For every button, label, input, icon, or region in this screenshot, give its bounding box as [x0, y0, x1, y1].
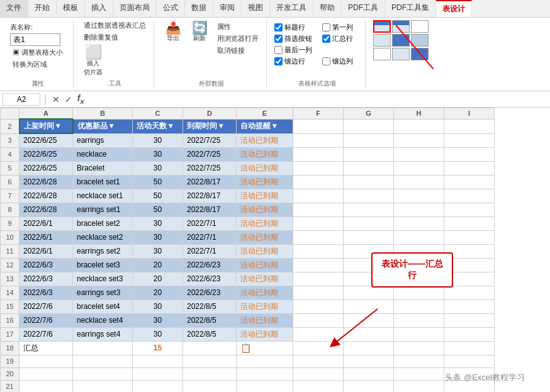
- cell-D13[interactable]: 2022/6/23: [183, 272, 237, 286]
- cell-C13[interactable]: 20: [133, 272, 183, 286]
- cell-B9[interactable]: bracelet set2: [73, 216, 133, 230]
- cell-G3[interactable]: [344, 133, 394, 147]
- cell-D8[interactable]: 2022/8/17: [183, 203, 237, 216]
- cell-B16[interactable]: necklace set4: [73, 313, 133, 327]
- cell-I4[interactable]: [444, 147, 495, 161]
- cell-A15[interactable]: 2022/7/6: [20, 300, 73, 313]
- checkbox-banded-cols[interactable]: 镶边列: [322, 57, 360, 66]
- checkbox-last-col[interactable]: 最后一列: [274, 45, 312, 55]
- cell-H9[interactable]: [394, 216, 444, 230]
- col-header-G[interactable]: G: [344, 108, 394, 120]
- export-btn[interactable]: 📤 导出: [162, 20, 184, 44]
- cell-F12[interactable]: [293, 258, 344, 272]
- style-preview-1[interactable]: [373, 20, 391, 33]
- cell-A9[interactable]: 2022/6/1: [20, 216, 73, 230]
- unlink-btn[interactable]: 取消链接: [215, 45, 261, 56]
- cell-B2[interactable]: 优惠新品 ▾: [73, 119, 133, 133]
- col-header-A[interactable]: A: [20, 108, 73, 120]
- col-header-I[interactable]: I: [444, 108, 495, 120]
- cell-G16[interactable]: [344, 313, 394, 327]
- cell-I17[interactable]: [444, 327, 495, 341]
- cell-D4[interactable]: 2022/7/25: [183, 147, 237, 161]
- cell-B13[interactable]: necklace set3: [73, 272, 133, 286]
- cell-F6[interactable]: [293, 175, 344, 189]
- cell-A3[interactable]: 2022/6/25: [20, 133, 73, 147]
- cell-I7[interactable]: [444, 189, 495, 203]
- cell-H5[interactable]: [394, 161, 444, 175]
- cell-I10[interactable]: [444, 230, 495, 244]
- pivot-summarize-btn[interactable]: 通过数据透视表汇总: [81, 20, 149, 31]
- cell-E5[interactable]: 活动已到期: [237, 161, 293, 175]
- cell-I5[interactable]: [444, 161, 495, 175]
- cell-B18[interactable]: [73, 341, 133, 355]
- cell-F15[interactable]: [293, 300, 344, 313]
- cell-H15[interactable]: [394, 300, 444, 313]
- style-preview-3[interactable]: [411, 20, 429, 33]
- cell-G4[interactable]: [344, 147, 394, 161]
- tab-review[interactable]: 审阅: [213, 0, 242, 17]
- cell-C11[interactable]: 30: [133, 244, 183, 258]
- insert-slicer-btn[interactable]: ⬜ 插入切片器: [81, 44, 105, 78]
- cell-D19[interactable]: [183, 355, 237, 367]
- style-preview-5[interactable]: [392, 34, 410, 47]
- cell-E2[interactable]: 自动提醒 ▾: [237, 119, 293, 133]
- cell-C7[interactable]: 50: [133, 189, 183, 203]
- cell-E12[interactable]: 活动已到期: [237, 258, 293, 272]
- cell-C8[interactable]: 50: [133, 203, 183, 216]
- cell-G8[interactable]: [344, 203, 394, 216]
- cell-D3[interactable]: 2022/7/25: [183, 133, 237, 147]
- cell-E6[interactable]: 活动已到期: [237, 175, 293, 189]
- cell-D5[interactable]: 2022/7/25: [183, 161, 237, 175]
- cell-E11[interactable]: 活动已到期: [237, 244, 293, 258]
- cell-C4[interactable]: 30: [133, 147, 183, 161]
- cell-E20[interactable]: [237, 367, 293, 380]
- cell-E9[interactable]: 活动已到期: [237, 216, 293, 230]
- cell-D12[interactable]: 2022/6/23: [183, 258, 237, 272]
- cell-G2[interactable]: [344, 119, 394, 133]
- cell-G14[interactable]: [344, 286, 394, 300]
- style-preview-7[interactable]: [373, 48, 391, 60]
- cell-I18[interactable]: [444, 341, 495, 355]
- cell-D17[interactable]: 2022/8/5: [183, 327, 237, 341]
- cell-A13[interactable]: 2022/6/3: [20, 272, 73, 286]
- cell-F4[interactable]: [293, 147, 344, 161]
- cell-E16[interactable]: 活动已到期: [237, 313, 293, 327]
- cell-E14[interactable]: 活动已到期: [237, 286, 293, 300]
- formula-input[interactable]: [88, 94, 547, 105]
- cell-B10[interactable]: necklace set2: [73, 230, 133, 244]
- checkbox-banded-rows[interactable]: 镶边行: [274, 57, 312, 66]
- cell-G18[interactable]: [344, 341, 394, 355]
- cell-F7[interactable]: [293, 189, 344, 203]
- cell-E10[interactable]: 活动已到期: [237, 230, 293, 244]
- checkbox-summary-row[interactable]: 汇总行: [322, 34, 360, 43]
- cell-G6[interactable]: [344, 175, 394, 189]
- cell-C18[interactable]: 15: [133, 341, 183, 355]
- cell-F8[interactable]: [293, 203, 344, 216]
- cell-I6[interactable]: [444, 175, 495, 189]
- cell-G21[interactable]: [344, 380, 394, 392]
- tab-insert[interactable]: 插入: [85, 0, 113, 17]
- cell-H4[interactable]: [394, 147, 444, 161]
- cell-H19[interactable]: [394, 355, 444, 367]
- cell-B7[interactable]: necklace set1: [73, 189, 133, 203]
- cell-D16[interactable]: 2022/8/5: [183, 313, 237, 327]
- cell-A17[interactable]: 2022/7/6: [20, 327, 73, 341]
- cell-A10[interactable]: 2022/6/1: [20, 230, 73, 244]
- cell-F19[interactable]: [293, 355, 344, 367]
- style-preview-2[interactable]: [392, 20, 410, 33]
- cell-D14[interactable]: 2022/6/23: [183, 286, 237, 300]
- cell-A20[interactable]: [20, 367, 73, 380]
- cell-H14[interactable]: [394, 286, 444, 300]
- cell-B15[interactable]: bracelet set4: [73, 300, 133, 313]
- cell-B19[interactable]: [73, 355, 133, 367]
- insert-function-icon[interactable]: fx: [76, 93, 86, 105]
- cell-B12[interactable]: bracelet set3: [73, 258, 133, 272]
- tab-help[interactable]: 帮助: [313, 0, 342, 17]
- cell-H16[interactable]: [394, 313, 444, 327]
- cell-E15[interactable]: 活动已到期: [237, 300, 293, 313]
- cell-I3[interactable]: [444, 133, 495, 147]
- cell-G19[interactable]: [344, 355, 394, 367]
- resize-table-btn[interactable]: ▣ 调整表格大小: [10, 47, 65, 58]
- checkbox-filter-btn[interactable]: 筛选按钮: [274, 34, 312, 43]
- cell-F2[interactable]: [293, 119, 344, 133]
